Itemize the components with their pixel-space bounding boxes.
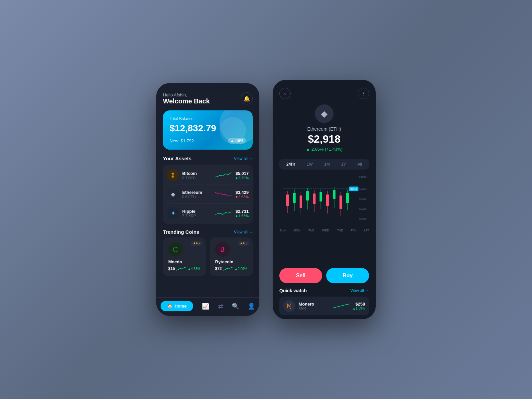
bytecoin-price-row: $72 ▲2.09%: [215, 266, 247, 272]
watch-name: Monero: [299, 302, 331, 307]
greeting: Hello Afshin, Welcome Back: [163, 92, 210, 105]
exchange-icon: ⇄: [218, 303, 223, 310]
assets-view-all[interactable]: View all →: [234, 156, 253, 161]
chart-area: $3000 $1600 $1500 $1400 $1300 $2918: [279, 173, 369, 265]
list-item: ★4.7 ⬡ Moeda $15 ▲4.63%: [163, 237, 206, 276]
assets-card: ₿ Bitcoin 0.7 BTC $5,017 ▲3.79% ◆: [163, 165, 253, 224]
coin-hero-name: Ethereum (ETH): [307, 126, 341, 132]
btc-icon: ₿: [167, 169, 179, 181]
table-row: ✦ Ripple 7.7 XRP $2,731 ▲1.63%: [167, 204, 249, 222]
bytecoin-rating: ★4.6: [238, 241, 249, 246]
coin-hero: ◆ Ethereum (ETH) $2,918 ▲ 2.66% (+1.43%): [273, 104, 376, 156]
eth-chart: [215, 190, 231, 199]
asset-change: ▲1.63%: [235, 214, 249, 218]
asset-name: Ripple: [182, 209, 211, 214]
chart-x-labels: SUN MON TUE WED TUE FRI SAT: [279, 227, 369, 233]
filter-24hr[interactable]: 24Hr: [283, 160, 299, 168]
filter-1y[interactable]: 1Y: [338, 160, 349, 168]
assets-section-header: Your Assets View all →: [163, 156, 253, 161]
asset-change: ▼2.63%: [235, 195, 249, 199]
asset-value: $3,429 ▼2.63%: [235, 190, 249, 199]
home-label: Home: [175, 304, 187, 309]
nav-exchange[interactable]: ⇄: [218, 303, 223, 310]
filter-all[interactable]: All: [354, 160, 365, 168]
trending-coins-list: ★4.7 ⬡ Moeda $15 ▲4.63% ★4.6 Ƀ Bytecoin: [163, 237, 253, 276]
x-label-mon: MON: [294, 229, 301, 232]
moeda-price-row: $15 ▲4.63%: [168, 266, 200, 272]
asset-price: $3,429: [235, 190, 249, 195]
header: Hello Afshin, Welcome Back 🔔: [163, 92, 253, 105]
xrp-chart: [215, 208, 231, 218]
profile-icon: 👤: [248, 303, 255, 310]
x-label-fri: FRI: [351, 229, 356, 232]
svg-text:$2918: $2918: [350, 188, 357, 190]
home-icon: 🏠: [167, 304, 173, 309]
x-label-sun: SUN: [279, 229, 286, 232]
eth-hero-icon: ◆: [315, 104, 333, 123]
asset-price: $5,017: [235, 171, 249, 176]
right-phone: ‹ ⋮ ◆ Ethereum (ETH) $2,918 ▲ 2.66% (+1.…: [273, 80, 376, 319]
svg-rect-11: [293, 193, 296, 203]
trade-buttons: Sell Buy: [273, 265, 376, 287]
bytecoin-icon: Ƀ: [215, 242, 230, 257]
btc-chart: [215, 171, 231, 180]
svg-rect-21: [326, 195, 329, 206]
filter-1m[interactable]: 1M: [321, 160, 333, 168]
sell-button[interactable]: Sell: [279, 268, 322, 283]
svg-rect-19: [320, 192, 322, 201]
asset-sub: 0.7 BTC: [182, 176, 211, 180]
asset-sub: 0.8 ETH: [182, 195, 211, 199]
table-row: ₿ Bitcoin 0.7 BTC $5,017 ▲3.79%: [167, 166, 249, 185]
left-phone: Hello Afshin, Welcome Back 🔔 Total Balan…: [156, 83, 259, 316]
svg-rect-25: [339, 196, 342, 209]
watch-info: Monero XMR: [299, 302, 331, 310]
notification-button[interactable]: 🔔: [241, 92, 253, 104]
svg-rect-9: [286, 195, 289, 206]
nav-home[interactable]: 🏠 Home: [161, 301, 193, 311]
xrp-icon: ✦: [167, 207, 179, 219]
watch-price: $258: [352, 302, 365, 307]
quick-watch-view-all[interactable]: View all →: [350, 288, 369, 293]
balance-badge: ▲+10%: [228, 138, 246, 144]
watch-value: $258 ▲1.39%: [352, 302, 365, 310]
chart-icon: 📈: [202, 303, 209, 310]
nav-search[interactable]: 🔍: [232, 303, 239, 310]
trending-view-all[interactable]: View all →: [234, 230, 253, 234]
buy-button[interactable]: Buy: [326, 268, 369, 283]
balance-footer: New: $1,792 ▲+10%: [170, 138, 246, 144]
watch-sub: XMR: [299, 307, 331, 310]
greeting-small: Hello Afshin,: [163, 92, 210, 97]
nav-chart[interactable]: 📈: [202, 303, 209, 310]
filter-1w[interactable]: 1W: [303, 160, 316, 168]
x-label-tue: TUE: [308, 229, 314, 232]
bytecoin-chart: [223, 266, 233, 272]
moeda-chart: [176, 266, 186, 272]
svg-text:$1600: $1600: [359, 188, 367, 191]
right-header: ‹ ⋮: [273, 80, 376, 104]
asset-name: Ethereum: [182, 190, 211, 195]
asset-info: Bitcoin 0.7 BTC: [182, 171, 211, 180]
time-filter: 24Hr 1W 1M 1Y All: [279, 159, 369, 170]
bytecoin-change: ▲2.09%: [234, 267, 247, 271]
quick-watch-header: Quick watch View all →: [279, 288, 369, 293]
balance-label: Total Balance: [170, 116, 246, 121]
x-label-tue2: TUE: [337, 229, 343, 232]
balance-amount: $12,832.79: [170, 123, 246, 134]
greeting-large: Welcome Back: [163, 97, 210, 105]
more-button[interactable]: ⋮: [358, 88, 369, 99]
back-button[interactable]: ‹: [279, 88, 291, 99]
svg-text:$1300: $1300: [359, 218, 367, 221]
bytecoin-price: $72: [215, 266, 222, 271]
asset-value: $5,017 ▲3.79%: [235, 171, 249, 180]
monero-chart: [333, 302, 350, 310]
asset-name: Bitcoin: [182, 171, 211, 176]
table-row: ◆ Ethereum 0.8 ETH $3,429 ▼2.63%: [167, 185, 249, 204]
trending-section-header: Trending Coins View all →: [163, 229, 253, 235]
svg-rect-13: [300, 196, 302, 208]
balance-new: New: $1,792: [170, 138, 194, 143]
list-item: Ɱ Monero XMR $258 ▲1.39%: [279, 297, 369, 315]
assets-title: Your Assets: [163, 156, 192, 161]
balance-card: Total Balance $12,832.79 New: $1,792 ▲+1…: [163, 110, 253, 150]
svg-text:$1500: $1500: [359, 198, 367, 201]
nav-profile[interactable]: 👤: [248, 303, 255, 310]
